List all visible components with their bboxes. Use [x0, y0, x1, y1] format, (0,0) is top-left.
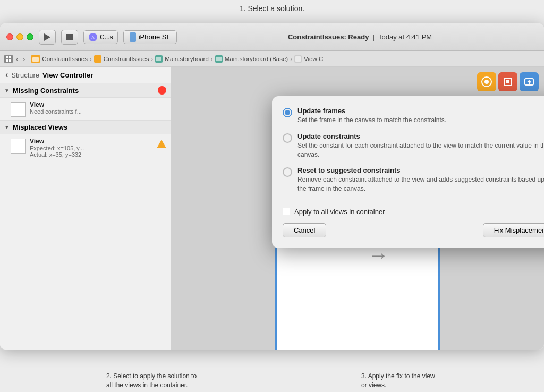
missing-constraints-text: View Need constraints f...: [30, 101, 82, 115]
dialog-buttons: Cancel Fix Misplacement: [283, 223, 544, 237]
annotations-bar: 2. Select to apply the solution to all t…: [0, 350, 544, 392]
apply-all-label: Apply to all views in container: [294, 208, 385, 216]
nav-arrows: ‹ ›: [15, 55, 26, 63]
apply-all-row[interactable]: Apply to all views in container: [283, 208, 544, 216]
radio-reset-constraints[interactable]: [283, 167, 292, 177]
dialog-divider: [283, 201, 544, 201]
breadcrumb-grid-icon: [4, 55, 13, 63]
scheme-label: C...s: [100, 33, 113, 41]
misplaced-view-desc2: Actual: x=35, y=332: [30, 151, 84, 158]
traffic-lights: [6, 33, 33, 40]
misplaced-views-header: ▼ Misplaced Views: [0, 121, 171, 134]
panel-section-label: Structure: [11, 71, 39, 79]
svg-rect-17: [295, 56, 301, 62]
option-update-frames-desc: Set the frame in the canvas to match the…: [298, 116, 446, 125]
device-label: iPhone SE: [139, 33, 171, 41]
view-icon-missing: [11, 102, 26, 117]
breadcrumb-item-1[interactable]: ConstraintIssues: [42, 56, 88, 62]
breadcrumb: ‹ › ConstraintIssues › ConstraintIssues …: [0, 51, 544, 67]
option-update-frames[interactable]: Update frames Set the frame in the canva…: [283, 107, 544, 125]
option-reset-constraints-desc: Remove each constraint attached to the v…: [298, 175, 544, 193]
panel-title: View Controller: [42, 71, 93, 79]
misplaced-views-triangle: ▼: [4, 124, 10, 130]
misplaced-warn-icon: [157, 140, 166, 148]
misplaced-views-text: View Expected: x=105, y... Actual: x=35,…: [30, 138, 84, 158]
option-update-constraints[interactable]: Update constraints Set the constant for …: [283, 132, 544, 159]
breadcrumb-item-5[interactable]: View C: [304, 56, 323, 62]
option-reset-constraints-label: Reset to suggested constraints: [298, 166, 544, 174]
missing-constraints-badge: [158, 86, 166, 95]
svg-rect-15: [216, 57, 222, 61]
status-area: ConstraintIssues: Ready | Today at 4:41 …: [182, 33, 538, 41]
missing-constraints-header: ▼ Missing Constraints: [0, 83, 171, 98]
nav-forward-arrow[interactable]: ›: [22, 55, 27, 63]
svg-rect-1: [66, 34, 73, 40]
option-update-constraints-label: Update constraints: [298, 132, 544, 140]
misplaced-views-section: ▼ Misplaced Views View Expected: x=105, …: [0, 121, 171, 161]
svg-rect-7: [6, 59, 8, 62]
misplaced-view-label: View: [30, 138, 84, 145]
view-icon-misplaced: [11, 139, 26, 154]
scheme-selector[interactable]: A C...s: [83, 30, 118, 44]
titlebar: A C...s iPhone SE ConstraintIssues: Read…: [0, 23, 544, 51]
svg-marker-0: [44, 33, 50, 41]
maximize-button[interactable]: [27, 33, 33, 40]
apply-all-checkbox[interactable]: [283, 208, 290, 215]
option-update-frames-text: Update frames Set the frame in the canva…: [298, 107, 446, 125]
option-update-constraints-text: Update constraints Set the constant for …: [298, 132, 544, 159]
radio-update-frames[interactable]: [283, 108, 292, 117]
breadcrumb-item-3[interactable]: Main.storyboard: [165, 56, 208, 62]
fix-dialog: Update frames Set the frame in the canva…: [272, 96, 544, 248]
left-panel: ‹ Structure View Controller ▼ Missing Co…: [0, 67, 171, 350]
breadcrumb-item-2[interactable]: ConstraintIssues: [104, 56, 149, 62]
missing-constraints-section: ▼ Missing Constraints View Need constrai…: [0, 83, 171, 121]
annotation-top: 1. Select a solution.: [0, 4, 544, 13]
missing-constraints-triangle: ▼: [4, 88, 10, 93]
stop-button[interactable]: [61, 30, 78, 45]
annotation-2: 2. Select to apply the solution to all t…: [106, 372, 223, 390]
close-button[interactable]: [6, 33, 13, 40]
option-reset-constraints-text: Reset to suggested constraints Remove ea…: [298, 166, 544, 193]
svg-rect-4: [130, 32, 136, 42]
run-button[interactable]: [39, 30, 56, 45]
panel-back-button[interactable]: ‹: [5, 70, 8, 80]
svg-text:A: A: [91, 35, 95, 40]
canvas-area: 1 2 → Update frames S: [171, 67, 544, 350]
missing-view-desc: Need constraints f...: [30, 108, 82, 115]
svg-rect-5: [6, 56, 8, 58]
missing-constraints-title: Missing Constraints: [13, 87, 79, 95]
fix-button[interactable]: Fix Misplacement: [483, 223, 544, 237]
option-update-frames-label: Update frames: [298, 107, 446, 115]
content-area: ‹ Structure View Controller ▼ Missing Co…: [0, 67, 544, 350]
svg-rect-10: [32, 57, 39, 62]
svg-rect-8: [9, 59, 11, 62]
device-selector[interactable]: iPhone SE: [123, 30, 177, 44]
missing-constraints-item: View Need constraints f...: [0, 98, 171, 121]
missing-view-label: View: [30, 101, 82, 108]
svg-rect-11: [94, 55, 101, 63]
annotation-3: 3. Apply the fix to the view or views.: [361, 372, 468, 390]
svg-rect-6: [9, 56, 11, 58]
nav-back-arrow[interactable]: ‹: [15, 55, 20, 63]
cancel-button[interactable]: Cancel: [283, 223, 326, 237]
panel-nav: ‹ Structure View Controller: [0, 67, 171, 83]
minimize-button[interactable]: [16, 33, 23, 40]
breadcrumb-item-4[interactable]: Main.storyboard (Base): [225, 56, 288, 62]
main-window: A C...s iPhone SE ConstraintIssues: Read…: [0, 23, 544, 350]
option-update-constraints-desc: Set the constant for each constraint att…: [298, 141, 544, 159]
misplaced-view-desc1: Expected: x=105, y...: [30, 145, 84, 151]
status-text: ConstraintIssues: Ready | Today at 4:41 …: [288, 33, 432, 41]
option-reset-constraints[interactable]: Reset to suggested constraints Remove ea…: [283, 166, 544, 193]
phone-section-2: 2: [277, 248, 438, 350]
misplaced-views-item: View Expected: x=105, y... Actual: x=35,…: [0, 134, 171, 161]
svg-rect-13: [156, 57, 162, 61]
radio-update-constraints[interactable]: [283, 133, 292, 143]
misplaced-views-title: Misplaced Views: [13, 123, 67, 131]
